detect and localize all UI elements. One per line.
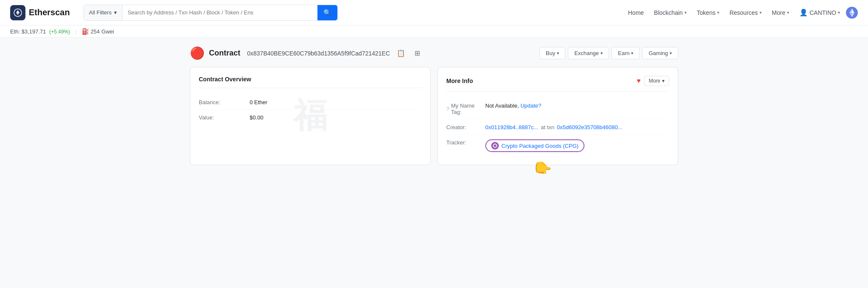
tracker-token-icon	[491, 142, 499, 150]
eth-label: Eth: $3,197.71 (+5.49%)	[10, 28, 70, 35]
gaming-chevron-icon: ▾	[670, 51, 672, 55]
brand-logo-link[interactable]: Etherscan	[10, 5, 70, 20]
value-label: Value:	[199, 114, 250, 121]
name-tag-help-icon[interactable]: ?	[446, 106, 449, 112]
more-info-button[interactable]: More ▾	[644, 76, 669, 86]
tokens-chevron-icon: ▾	[717, 10, 719, 15]
tracker-value: Crypto Packaged Goods (CPG)	[485, 139, 584, 152]
filter-label: All Filters	[89, 9, 111, 16]
txn-hash-link[interactable]: 0x5d6092e35708b46080...	[557, 124, 623, 130]
copy-address-button[interactable]: 📋	[394, 47, 408, 59]
resources-chevron-icon: ▾	[760, 10, 762, 15]
contract-label: Contract	[209, 49, 240, 58]
search-input[interactable]	[122, 5, 317, 20]
grid-view-button[interactable]: ⊞	[412, 47, 423, 59]
eth-network-icon[interactable]	[846, 7, 858, 19]
contract-title-bar: 🔴 Contract 0x837B40BE9CE60C79b63d1356A5f…	[190, 46, 678, 60]
more-info-title: More Info	[446, 78, 473, 84]
contract-icon: 🔴	[190, 46, 205, 60]
nav-more[interactable]: More ▾	[768, 7, 793, 19]
svg-point-2	[494, 144, 496, 147]
nav-tokens[interactable]: Tokens ▾	[693, 7, 723, 19]
tracker-label: Tracker:	[446, 139, 480, 146]
blockchain-chevron-icon: ▾	[684, 10, 687, 15]
brand-logo-icon	[10, 5, 25, 20]
tracker-badge[interactable]: Crypto Packaged Goods (CPG)	[485, 139, 584, 152]
more-info-chevron-icon: ▾	[662, 78, 665, 84]
navbar: Etherscan All Filters ▾ 🔍 Home Blockchai…	[0, 0, 868, 25]
tracker-row: Tracker: Crypto Packaged Goods (CPG)	[446, 135, 669, 156]
creator-row: Creator: 0x011928b4..8887c... at txn 0x5…	[446, 120, 669, 135]
divider: |	[75, 28, 76, 35]
nav-links: Home Blockchain ▾ Tokens ▾ Resources ▾ M…	[624, 6, 858, 19]
user-chevron-icon: ▾	[838, 10, 840, 15]
buy-button[interactable]: Buy ▾	[540, 47, 565, 59]
earn-button[interactable]: Earn ▾	[612, 47, 640, 59]
creator-value: 0x011928b4..8887c... at txn 0x5d6092e357…	[485, 124, 623, 130]
page-content: 🔴 Contract 0x837B40BE9CE60C79b63d1356A5f…	[180, 38, 688, 174]
eth-change-badge: (+5.49%)	[49, 29, 70, 35]
gas-unit: Gwei	[101, 28, 114, 35]
nav-home[interactable]: Home	[624, 7, 648, 19]
value-row: Value: $0.00	[199, 110, 422, 125]
user-icon: 👤	[799, 8, 808, 17]
exchange-chevron-icon: ▾	[601, 51, 603, 55]
more-info-panel: More Info ♥ More ▾ ? My Name Tag: Not Av…	[437, 67, 678, 165]
contract-overview-title: Contract Overview	[199, 76, 422, 88]
filter-dropdown[interactable]: All Filters ▾	[84, 5, 122, 20]
creator-address-link[interactable]: 0x011928b4..8887c...	[485, 124, 538, 130]
contract-title: 🔴 Contract 0x837B40BE9CE60C79b63d1356A5f…	[190, 46, 423, 60]
balance-label: Balance:	[199, 99, 250, 105]
brand-name: Etherscan	[29, 8, 70, 17]
tracker-name: Crypto Packaged Goods (CPG)	[501, 143, 579, 149]
search-button[interactable]: 🔍	[317, 5, 337, 20]
buy-chevron-icon: ▾	[557, 51, 559, 55]
heart-icon[interactable]: ♥	[637, 77, 641, 85]
filter-chevron-icon: ▾	[114, 9, 117, 16]
gas-value: 254	[91, 28, 100, 35]
gaming-button[interactable]: Gaming ▾	[642, 47, 678, 59]
sub-bar: Eth: $3,197.71 (+5.49%) | ⛽ 254 Gwei	[0, 25, 868, 38]
creator-label: Creator:	[446, 124, 480, 130]
exchange-button[interactable]: Exchange ▾	[568, 47, 609, 59]
contract-overview-panel: Contract Overview 福 Balance: 0 Ether Val…	[190, 67, 431, 165]
more-info-actions: ♥ More ▾	[637, 76, 669, 86]
action-buttons: Buy ▾ Exchange ▾ Earn ▾ Gaming ▾	[540, 47, 678, 59]
update-link[interactable]: Update?	[520, 102, 541, 109]
gas-info: ⛽ 254 Gwei	[82, 28, 114, 35]
nav-blockchain[interactable]: Blockchain ▾	[650, 7, 691, 19]
name-tag-label: ? My Name Tag:	[446, 102, 480, 115]
gas-icon: ⛽	[82, 28, 89, 35]
name-tag-value: Not Available, Update?	[485, 102, 541, 109]
contract-address: 0x837B40BE9CE60C79b63d1356A5f9fCad721421…	[247, 50, 390, 57]
search-area: All Filters ▾ 🔍	[83, 5, 338, 21]
value-value: $0.00	[250, 114, 264, 121]
at-txn-label: at txn	[541, 124, 554, 130]
more-info-header: More Info ♥ More ▾	[446, 76, 669, 91]
name-tag-row: ? My Name Tag: Not Available, Update?	[446, 98, 669, 120]
earn-chevron-icon: ▾	[631, 51, 633, 55]
panels: Contract Overview 福 Balance: 0 Ether Val…	[190, 67, 678, 165]
nav-user[interactable]: 👤 CANTINO ▾	[795, 6, 844, 19]
pointing-finger-icon: 👇	[531, 160, 554, 174]
balance-value: 0 Ether	[250, 99, 267, 105]
balance-row: Balance: 0 Ether	[199, 95, 422, 110]
more-chevron-icon: ▾	[787, 10, 789, 15]
nav-resources[interactable]: Resources ▾	[725, 7, 766, 19]
